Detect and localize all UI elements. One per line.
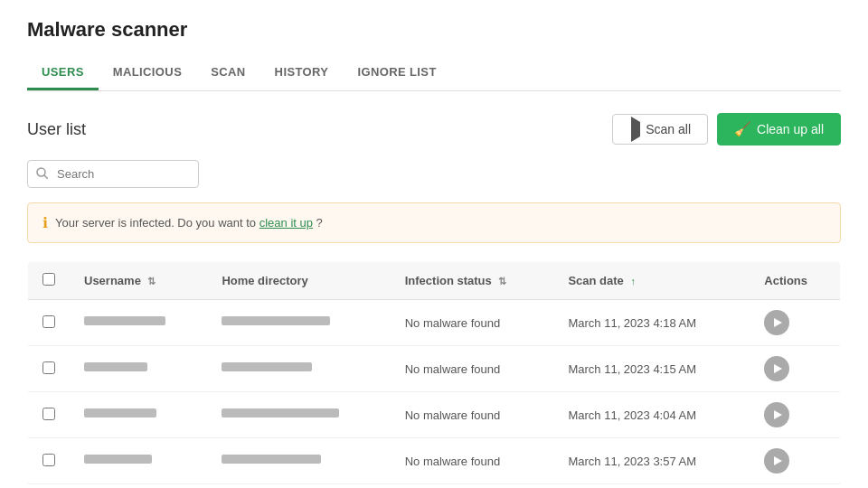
table-row: No malware found March 11, 2023 3:57 AM	[28, 438, 841, 484]
clean-up-all-label: Clean up all	[757, 122, 824, 136]
row-scan-date: March 11, 2023 4:04 AM	[553, 392, 750, 438]
row-home-directory	[207, 346, 390, 392]
username-sort-icon: ⇅	[147, 276, 156, 286]
row-infection-status: No malware found	[391, 392, 554, 438]
clean-it-up-link[interactable]: clean it up	[259, 216, 313, 230]
row-scan-date: March 10, 2023 6:52 AM	[553, 484, 750, 489]
col-home-directory: Home directory	[207, 262, 390, 300]
search-wrapper	[27, 160, 841, 188]
col-scan-date[interactable]: Scan date ↑	[553, 262, 750, 300]
row-checkbox[interactable]	[42, 315, 55, 328]
clean-up-all-button[interactable]: 🧹 Clean up all	[717, 113, 841, 145]
row-infection-status: No malware found	[391, 300, 554, 346]
row-action-button[interactable]	[764, 310, 789, 335]
row-actions[interactable]	[750, 484, 840, 489]
alert-message: Your server is infected. Do you want to …	[55, 216, 323, 230]
col-actions: Actions	[750, 262, 840, 300]
table-header-row: Username ⇅ Home directory Infection stat…	[28, 262, 841, 300]
row-username	[70, 346, 207, 392]
row-scan-date: March 11, 2023 4:18 AM	[553, 300, 750, 346]
row-home-directory	[207, 392, 390, 438]
row-home-directory	[207, 300, 390, 346]
row-actions[interactable]	[750, 346, 840, 392]
tab-ignore-list[interactable]: IGNORE LIST	[343, 56, 450, 90]
search-input[interactable]	[27, 160, 199, 188]
content-header: User list Scan all 🧹 Clean up all	[27, 113, 841, 145]
row-username	[70, 392, 207, 438]
users-table: Username ⇅ Home directory Infection stat…	[27, 261, 841, 488]
svg-line-1	[44, 175, 48, 179]
alert-icon: ℹ	[42, 214, 48, 231]
row-scan-date: March 11, 2023 3:57 AM	[553, 438, 750, 484]
col-infection-status[interactable]: Infection status ⇅	[391, 262, 554, 300]
section-title: User list	[27, 120, 86, 139]
nav-tabs: USERS MALICIOUS SCAN HISTORY IGNORE LIST	[27, 56, 841, 91]
row-action-button[interactable]	[764, 402, 789, 427]
row-home-directory	[207, 438, 390, 484]
col-username[interactable]: Username ⇅	[70, 262, 207, 300]
scan-all-label: Scan all	[646, 122, 691, 136]
row-username	[70, 300, 207, 346]
row-checkbox[interactable]	[42, 361, 55, 374]
row-checkbox-cell[interactable]	[28, 484, 71, 489]
row-infection-status: No malware found	[391, 438, 554, 484]
infection-sort-icon: ⇅	[498, 276, 506, 286]
table-row: No malware found March 11, 2023 4:04 AM	[28, 392, 841, 438]
app-title: Malware scanner	[27, 18, 841, 42]
scan-all-button[interactable]: Scan all	[612, 114, 708, 145]
row-actions[interactable]	[750, 300, 840, 346]
tab-scan[interactable]: SCAN	[196, 56, 259, 90]
row-checkbox-cell[interactable]	[28, 300, 71, 346]
row-scan-date: March 11, 2023 4:15 AM	[553, 346, 750, 392]
tab-history[interactable]: HISTORY	[260, 56, 344, 90]
row-checkbox[interactable]	[42, 454, 55, 466]
row-actions[interactable]	[750, 392, 840, 438]
row-actions[interactable]	[750, 438, 840, 484]
row-checkbox-cell[interactable]	[28, 438, 71, 484]
table-row: No malware found March 11, 2023 4:15 AM	[28, 346, 841, 392]
row-home-directory	[207, 484, 390, 489]
row-checkbox-cell[interactable]	[28, 346, 71, 392]
alert-banner: ℹ Your server is infected. Do you want t…	[27, 202, 841, 243]
row-action-play-icon	[774, 410, 782, 419]
select-all-checkbox[interactable]	[42, 273, 55, 286]
scan-date-sort-icon: ↑	[630, 276, 636, 286]
row-action-play-icon	[774, 364, 782, 373]
row-infection-status: No malware found	[391, 484, 554, 489]
play-icon	[629, 122, 640, 136]
table-row: No malware found March 11, 2023 4:18 AM	[28, 300, 841, 346]
row-infection-status: No malware found	[391, 346, 554, 392]
row-action-button[interactable]	[764, 448, 789, 474]
row-action-button[interactable]	[764, 356, 789, 381]
row-action-play-icon	[774, 456, 782, 465]
row-action-play-icon	[774, 318, 782, 327]
row-username	[70, 438, 207, 484]
row-username	[70, 484, 207, 489]
table-row: No malware found March 10, 2023 6:52 AM	[28, 484, 841, 489]
tab-users[interactable]: USERS	[27, 56, 99, 90]
row-checkbox[interactable]	[42, 408, 55, 420]
select-all-header[interactable]	[28, 262, 71, 300]
row-checkbox-cell[interactable]	[28, 392, 71, 438]
search-icon	[36, 167, 48, 182]
tab-malicious[interactable]: MALICIOUS	[99, 56, 196, 90]
broom-icon: 🧹	[734, 121, 751, 137]
header-actions: Scan all 🧹 Clean up all	[612, 113, 841, 145]
